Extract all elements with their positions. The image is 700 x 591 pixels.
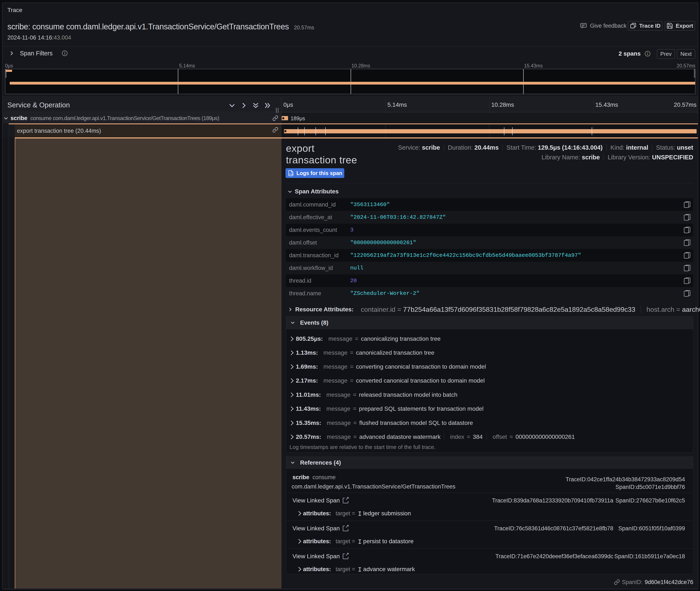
svg-text:LOG: LOG — [289, 173, 293, 175]
